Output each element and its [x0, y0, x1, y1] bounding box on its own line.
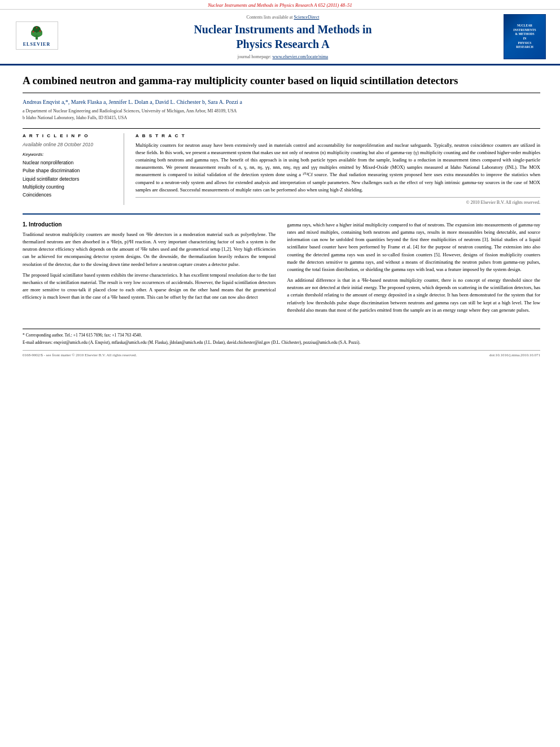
affiliation-a: a Department of Nuclear Engineering and … — [23, 108, 540, 115]
section-1-para-2: The proposed liquid scintillator based s… — [23, 272, 276, 302]
corresponding-footnote: * Corresponding author. Tel.: +1 734 615… — [23, 332, 540, 338]
section-1-heading: 1. Introduction — [23, 221, 276, 228]
svg-point-5 — [33, 30, 34, 32]
journal-homepage: journal homepage: www.elsevier.com/locat… — [68, 54, 498, 59]
footer-bottom: 0168-9002/$ - see front matter © 2010 El… — [23, 350, 540, 357]
journal-title-area: Contents lists available at ScienceDirec… — [62, 15, 504, 59]
keywords-list: Nuclear nonproliferation Pulse shape dis… — [23, 159, 115, 199]
keyword-2: Pulse shape discrimination — [23, 167, 115, 174]
keyword-1: Nuclear nonproliferation — [23, 159, 115, 167]
journal-citation-bar: Nuclear Instruments and Methods in Physi… — [0, 0, 560, 10]
authors-line: Andreas Enqvist a,*, Marek Flaska a, Jen… — [23, 99, 540, 105]
journal-cover-area: NUCLEARINSTRUMENTS& METHODSINPHYSICSRESE… — [504, 14, 549, 59]
keyword-5: Coincidences — [23, 191, 115, 199]
elsevier-logo: ELSEVIER — [16, 21, 58, 50]
email-footnote: E-mail addresses: enqvist@umich.edu (A. … — [23, 339, 540, 346]
main-content: A combined neutron and gamma-ray multipl… — [0, 65, 560, 366]
footer-issn: 0168-9002/$ - see front matter © 2010 El… — [23, 353, 137, 357]
body-right-column: gamma rays, which have a higher initial … — [287, 221, 541, 317]
journal-title: Nuclear Instruments and Methods in Physi… — [68, 22, 498, 51]
cover-text: NUCLEARINSTRUMENTS& METHODSINPHYSICSRESE… — [513, 24, 536, 50]
abstract-text: Multiplicity counters for neutron assay … — [135, 142, 540, 194]
svg-point-4 — [37, 32, 42, 36]
svg-point-7 — [36, 27, 37, 28]
journal-citation: Nuclear Instruments and Methods in Physi… — [208, 2, 352, 8]
homepage-url[interactable]: www.elsevier.com/locate/nima — [273, 54, 329, 59]
affiliation-b: b Idaho National Laboratory, Idaho Falls… — [23, 115, 540, 121]
section-1-para-1: Traditional neutron multiplicity counter… — [23, 231, 276, 268]
article-meta-section: A R T I C L E I N F O Available online 2… — [23, 128, 540, 205]
publisher-logo-area: ELSEVIER — [11, 21, 62, 52]
article-info-column: A R T I C L E I N F O Available online 2… — [23, 133, 124, 205]
section-1-right-para-2: An additional difference is that in a ³H… — [287, 277, 541, 314]
svg-point-6 — [40, 30, 41, 32]
contents-line: Contents lists available at ScienceDirec… — [68, 15, 498, 20]
abstract-label: A B S T R A C T — [135, 133, 540, 138]
affiliations: a Department of Nuclear Engineering and … — [23, 108, 540, 121]
section-divider — [23, 213, 540, 215]
footnotes-area: * Corresponding author. Tel.: +1 734 615… — [23, 329, 540, 346]
article-title: A combined neutron and gamma-ray multipl… — [23, 74, 540, 93]
keyword-3: Liquid scintillator detectors — [23, 175, 115, 183]
article-info-label: A R T I C L E I N F O — [23, 133, 115, 138]
keyword-4: Multiplicity counting — [23, 183, 115, 191]
keywords-title: Keywords: — [23, 152, 115, 157]
available-online: Available online 28 October 2010 — [23, 142, 115, 147]
abstract-column: A B S T R A C T Multiplicity counters fo… — [135, 133, 540, 205]
elsevier-tree-icon — [26, 25, 47, 41]
section-1-right-para-1: gamma rays, which have a higher initial … — [287, 221, 541, 273]
footer-doi: doi:10.1016/j.nima.2010.10.071 — [489, 353, 540, 357]
body-left-column: 1. Introduction Traditional neutron mult… — [23, 221, 276, 317]
body-columns: 1. Introduction Traditional neutron mult… — [23, 221, 540, 317]
sciencedirect-link[interactable]: ScienceDirect — [294, 15, 320, 20]
copyright-line: © 2010 Elsevier B.V. All rights reserved… — [135, 197, 540, 205]
journal-header: ELSEVIER Contents lists available at Sci… — [0, 10, 560, 65]
svg-point-3 — [31, 32, 37, 36]
elsevier-wordmark: ELSEVIER — [23, 42, 50, 47]
journal-cover-image: NUCLEARINSTRUMENTS& METHODSINPHYSICSRESE… — [504, 14, 546, 59]
